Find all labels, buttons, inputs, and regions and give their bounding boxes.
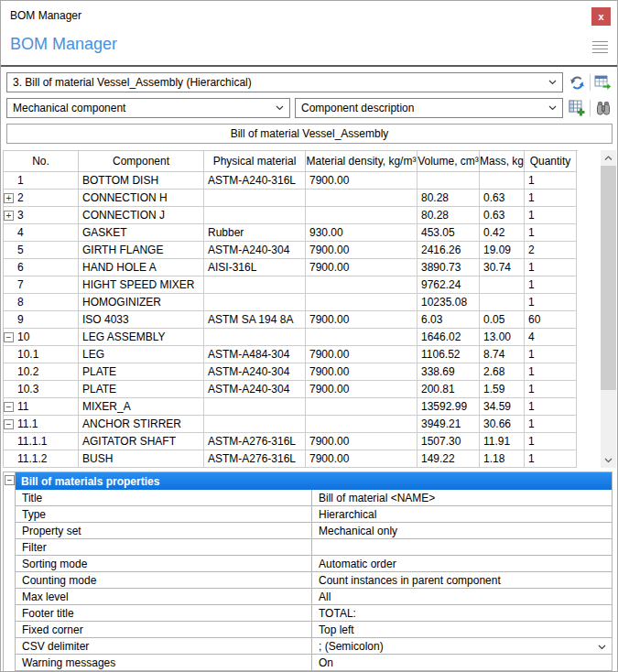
table-row[interactable]: 5GIRTH FLANGEASTM-A240-3047900.002416.26… bbox=[4, 242, 578, 259]
column-header-quantity[interactable]: Quantity bbox=[525, 151, 577, 172]
property-gutter-cell bbox=[4, 589, 16, 605]
toolbar-row-1: 3. Bill of material Vessel_Assembly (Hie… bbox=[6, 72, 613, 92]
property-label: Type bbox=[16, 506, 312, 523]
component-cell: HAND HOLE A bbox=[79, 259, 204, 276]
row-number: 3 bbox=[17, 209, 24, 222]
material-density-cell bbox=[306, 276, 417, 294]
table-row[interactable]: −10LEG ASSEMBLY1646.0213.004 bbox=[4, 329, 578, 346]
component-cell: LEG ASSEMBLY bbox=[79, 329, 204, 346]
collapse-minus-icon[interactable]: − bbox=[4, 402, 14, 412]
chevron-down-icon bbox=[598, 640, 606, 653]
scroll-up-icon[interactable] bbox=[601, 150, 616, 166]
table-row[interactable]: 10.3PLATEASTM-A240-3047900.00200.811.591 bbox=[4, 381, 578, 398]
collapse-minus-icon[interactable]: − bbox=[5, 475, 15, 485]
table-row[interactable]: 11.1.2BUSHASTM-A276-316L7900.00149.221.1… bbox=[4, 450, 578, 468]
property-row[interactable]: CSV delimiter; (Semicolon) bbox=[4, 638, 612, 655]
property-gutter-cell bbox=[4, 556, 16, 572]
column-header-density[interactable]: Material density, kg/m³ bbox=[306, 151, 417, 172]
expand-plus-icon[interactable]: + bbox=[4, 211, 14, 221]
mass-cell: 8.74 bbox=[480, 346, 525, 363]
table-row[interactable]: 10.1LEGASTM-A484-3047900.001106.528.741 bbox=[4, 346, 578, 363]
property-gutter-cell bbox=[4, 523, 16, 539]
quantity-cell: 1 bbox=[525, 224, 577, 242]
material-density-cell: 7900.00 bbox=[306, 381, 417, 398]
collapse-minus-icon[interactable]: − bbox=[4, 419, 14, 429]
property-value[interactable]: Bill of material <NAME> bbox=[312, 490, 612, 506]
find-button[interactable] bbox=[593, 99, 613, 118]
table-row[interactable]: 10.2PLATEASTM-A240-3047900.00338.692.681 bbox=[4, 363, 578, 381]
property-row[interactable]: Filter bbox=[4, 539, 612, 556]
volume-cell: 9762.24 bbox=[417, 276, 480, 294]
column-header-mass[interactable]: Mass, kg bbox=[480, 151, 525, 172]
row-number: 7 bbox=[17, 278, 24, 291]
bom-selector-combobox[interactable]: 3. Bill of material Vessel_Assembly (Hie… bbox=[6, 72, 563, 92]
physical-material-cell: ASTM-A240-304 bbox=[204, 381, 306, 398]
table-row[interactable]: 8HOMOGINIZER10235.081 bbox=[4, 294, 578, 311]
table-scrollbar[interactable] bbox=[601, 150, 616, 468]
description-combobox[interactable]: Component description bbox=[295, 98, 563, 118]
property-value[interactable]: Automatic order bbox=[312, 556, 612, 572]
table-row[interactable]: +3CONNECTION J80.280.631 bbox=[4, 207, 578, 224]
property-label: Sorting mode bbox=[16, 556, 312, 572]
property-row[interactable]: Footer titleTOTAL: bbox=[4, 605, 612, 622]
row-number: 10.3 bbox=[17, 383, 38, 396]
close-button[interactable]: x bbox=[591, 7, 611, 26]
collapse-minus-icon[interactable]: − bbox=[4, 332, 14, 342]
property-value[interactable] bbox=[312, 539, 612, 556]
expand-plus-icon[interactable]: + bbox=[4, 193, 14, 203]
component-cell: PLATE bbox=[79, 363, 204, 381]
toolbar-separator bbox=[590, 100, 591, 116]
volume-cell: 13592.99 bbox=[417, 398, 480, 416]
toolbar-row-2: Mechanical component Component descripti… bbox=[6, 98, 613, 118]
column-header-volume[interactable]: Volume, cm³ bbox=[417, 151, 480, 172]
hamburger-menu-icon[interactable] bbox=[592, 41, 608, 56]
property-row[interactable]: TypeHierarchical bbox=[4, 506, 612, 523]
export-table-button[interactable] bbox=[593, 73, 613, 92]
column-header-material[interactable]: Physical material bbox=[204, 151, 306, 172]
table-row[interactable]: +2CONNECTION H80.280.631 bbox=[4, 190, 578, 207]
component-cell: ANCHOR STIRRER bbox=[79, 416, 204, 433]
table-row[interactable]: −11.1ANCHOR STIRRER3949.2130.661 bbox=[4, 416, 578, 433]
property-value[interactable]: TOTAL: bbox=[312, 605, 612, 622]
property-row[interactable]: Property setMechanical only bbox=[4, 523, 612, 539]
table-row[interactable]: 11.1.1AGITATOR SHAFTASTM-A276-316L7900.0… bbox=[4, 433, 578, 450]
component-cell: CONNECTION J bbox=[79, 207, 204, 224]
volume-cell: 1106.52 bbox=[417, 346, 480, 363]
add-table-button[interactable] bbox=[568, 99, 587, 118]
property-row[interactable]: Fixed cornerTop left bbox=[4, 622, 612, 638]
table-row[interactable]: 4GASKETRubber930.00453.050.421 bbox=[4, 224, 578, 242]
property-row[interactable]: TitleBill of material <NAME> bbox=[4, 490, 612, 506]
property-value[interactable]: Mechanical only bbox=[312, 523, 612, 539]
refresh-button[interactable] bbox=[568, 73, 587, 92]
property-label: Title bbox=[16, 490, 312, 506]
table-row[interactable]: 7HIGHT SPEED MIXER9762.241 bbox=[4, 276, 578, 294]
column-header-no[interactable]: No. bbox=[4, 151, 79, 172]
property-value[interactable]: Hierarchical bbox=[312, 506, 612, 523]
table-row[interactable]: 9ISO 4033ASTM SA 194 8A7900.006.030.0560 bbox=[4, 311, 578, 329]
row-number-cell: 5 bbox=[4, 242, 79, 259]
property-value[interactable]: All bbox=[312, 589, 612, 605]
component-cell: PLATE bbox=[79, 381, 204, 398]
table-row[interactable]: 1BOTTOM DISHASTM-A240-316L7900.001 bbox=[4, 172, 578, 190]
scrollbar-thumb[interactable] bbox=[601, 166, 616, 390]
toolbar-separator bbox=[590, 74, 591, 91]
row-number-cell: 8 bbox=[4, 294, 79, 311]
property-row[interactable]: Sorting modeAutomatic order bbox=[4, 556, 612, 572]
window-title: BOM Manager bbox=[10, 9, 81, 22]
property-row[interactable]: Warning messagesOn bbox=[4, 655, 612, 671]
property-set-combobox[interactable]: Mechanical component bbox=[6, 98, 290, 118]
physical-material-cell: ASTM-A240-304 bbox=[204, 242, 306, 259]
property-value[interactable]: Count instances in parent component bbox=[312, 572, 612, 589]
property-row[interactable]: Max levelAll bbox=[4, 589, 612, 605]
property-value-text: Hierarchical bbox=[319, 508, 376, 521]
column-header-component[interactable]: Component bbox=[79, 151, 204, 172]
table-row[interactable]: 6HAND HOLE AAISI-316L7900.003890.7330.74… bbox=[4, 259, 578, 276]
property-value[interactable]: Top left bbox=[312, 622, 612, 638]
table-row[interactable]: −11MIXER_A13592.9934.591 bbox=[4, 398, 578, 416]
property-row[interactable]: Counting modeCount instances in parent c… bbox=[4, 572, 612, 589]
property-value-text: Automatic order bbox=[319, 558, 396, 570]
quantity-cell: 1 bbox=[525, 363, 577, 381]
property-value[interactable]: ; (Semicolon) bbox=[312, 638, 612, 655]
property-value[interactable]: On bbox=[312, 655, 612, 671]
scroll-down-icon[interactable] bbox=[601, 452, 616, 468]
